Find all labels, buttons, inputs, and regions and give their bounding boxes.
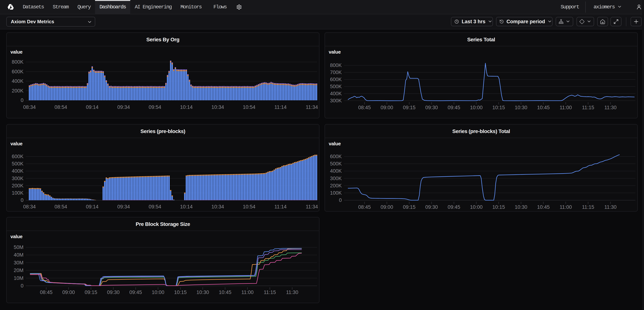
- svg-text:09:30: 09:30: [425, 105, 438, 110]
- svg-text:0: 0: [21, 283, 24, 289]
- svg-text:11:34: 11:34: [306, 204, 318, 209]
- svg-text:600K: 600K: [330, 77, 342, 82]
- svg-text:09:45: 09:45: [448, 105, 460, 110]
- svg-text:800K: 800K: [330, 62, 342, 68]
- svg-text:11:15: 11:15: [264, 290, 276, 295]
- svg-text:09:14: 09:14: [86, 104, 98, 110]
- svg-text:200K: 200K: [330, 183, 342, 188]
- svg-text:11:15: 11:15: [582, 105, 594, 110]
- svg-text:08:45: 08:45: [40, 290, 52, 295]
- svg-text:300K: 300K: [330, 176, 342, 181]
- svg-text:09:00: 09:00: [380, 105, 393, 110]
- svg-text:09:30: 09:30: [107, 290, 120, 295]
- svg-text:200K: 200K: [12, 183, 24, 188]
- svg-text:10:00: 10:00: [470, 204, 483, 210]
- svg-text:09:15: 09:15: [403, 105, 416, 110]
- svg-text:10:34: 10:34: [212, 104, 224, 110]
- svg-text:10:34: 10:34: [212, 204, 224, 209]
- svg-text:09:45: 09:45: [129, 290, 142, 295]
- svg-text:600K: 600K: [330, 154, 342, 159]
- svg-text:08:34: 08:34: [23, 204, 36, 209]
- svg-text:10:14: 10:14: [180, 204, 193, 209]
- svg-text:800K: 800K: [12, 59, 24, 65]
- svg-text:11:00: 11:00: [560, 105, 572, 110]
- svg-text:10:30: 10:30: [196, 290, 209, 295]
- svg-text:50M: 50M: [14, 245, 24, 250]
- svg-text:09:54: 09:54: [149, 204, 161, 209]
- svg-text:11:14: 11:14: [274, 204, 286, 209]
- svg-text:11:34: 11:34: [306, 104, 318, 110]
- svg-text:400K: 400K: [330, 91, 342, 96]
- svg-text:100K: 100K: [330, 190, 342, 196]
- svg-text:09:34: 09:34: [117, 204, 130, 209]
- svg-text:09:54: 09:54: [149, 104, 161, 110]
- svg-text:400K: 400K: [330, 168, 342, 174]
- svg-text:08:45: 08:45: [358, 105, 371, 110]
- svg-text:10:45: 10:45: [537, 105, 550, 110]
- svg-text:09:00: 09:00: [62, 290, 75, 295]
- svg-text:400K: 400K: [12, 168, 24, 174]
- svg-text:10:30: 10:30: [515, 105, 527, 110]
- svg-text:08:54: 08:54: [54, 104, 67, 110]
- svg-text:20M: 20M: [14, 268, 24, 273]
- svg-text:500K: 500K: [330, 161, 342, 166]
- svg-text:08:34: 08:34: [23, 104, 36, 110]
- svg-text:10:00: 10:00: [152, 290, 164, 295]
- svg-text:10:00: 10:00: [470, 105, 483, 110]
- svg-text:400K: 400K: [12, 78, 24, 84]
- svg-text:10:30: 10:30: [515, 204, 527, 210]
- svg-text:500K: 500K: [330, 84, 342, 89]
- svg-text:10:54: 10:54: [243, 104, 256, 110]
- svg-text:100K: 100K: [12, 190, 24, 196]
- svg-text:09:15: 09:15: [403, 204, 416, 210]
- svg-text:09:14: 09:14: [86, 204, 98, 209]
- svg-text:300K: 300K: [12, 176, 24, 181]
- svg-text:10:15: 10:15: [492, 204, 505, 210]
- svg-text:10:45: 10:45: [537, 204, 550, 210]
- svg-text:10:15: 10:15: [492, 105, 505, 110]
- svg-text:200K: 200K: [12, 88, 24, 94]
- svg-text:10:54: 10:54: [243, 204, 256, 209]
- svg-text:11:15: 11:15: [582, 204, 594, 210]
- svg-text:11:30: 11:30: [286, 290, 298, 295]
- svg-text:11:30: 11:30: [604, 204, 616, 210]
- svg-text:09:45: 09:45: [448, 204, 460, 210]
- svg-text:10:15: 10:15: [174, 290, 187, 295]
- svg-text:11:00: 11:00: [241, 290, 254, 295]
- svg-text:11:14: 11:14: [274, 104, 286, 110]
- svg-text:500K: 500K: [12, 161, 24, 166]
- svg-text:10:14: 10:14: [180, 104, 193, 110]
- svg-text:300K: 300K: [330, 98, 342, 103]
- svg-text:10:45: 10:45: [219, 290, 232, 295]
- svg-text:09:34: 09:34: [117, 104, 130, 110]
- svg-text:600K: 600K: [12, 69, 24, 74]
- svg-text:08:45: 08:45: [358, 204, 371, 210]
- svg-text:0: 0: [339, 197, 342, 203]
- svg-text:30M: 30M: [14, 260, 24, 266]
- svg-text:0: 0: [21, 98, 24, 103]
- svg-text:0: 0: [21, 197, 24, 203]
- svg-text:11:00: 11:00: [560, 204, 572, 210]
- svg-text:700K: 700K: [330, 70, 342, 75]
- svg-text:10M: 10M: [14, 275, 24, 281]
- svg-text:08:54: 08:54: [54, 204, 67, 209]
- svg-text:600K: 600K: [12, 154, 24, 159]
- svg-text:11:30: 11:30: [604, 105, 616, 110]
- svg-text:40M: 40M: [14, 252, 24, 258]
- svg-text:09:00: 09:00: [380, 204, 393, 210]
- svg-text:09:30: 09:30: [425, 204, 438, 210]
- svg-text:09:15: 09:15: [84, 290, 97, 295]
